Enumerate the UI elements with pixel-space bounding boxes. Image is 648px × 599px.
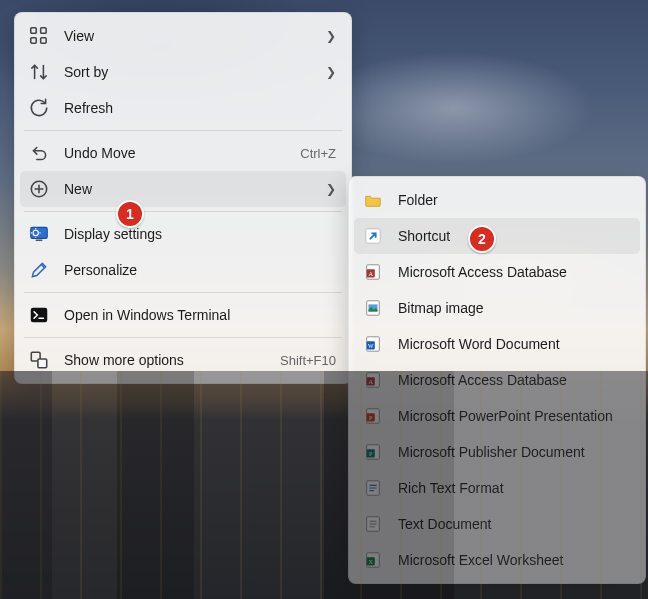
- new-submenu: Folder Shortcut A Microsoft Access Datab…: [348, 176, 646, 584]
- svg-rect-6: [36, 240, 43, 242]
- access-icon: A: [362, 261, 384, 283]
- desktop-background: View ❯ Sort by ❯ Refresh: [0, 0, 648, 599]
- svg-rect-21: [367, 377, 375, 385]
- menu-label: View: [64, 28, 318, 44]
- menu-label: Microsoft Access Database: [398, 372, 630, 388]
- svg-rect-32: [367, 557, 375, 565]
- svg-rect-10: [38, 359, 47, 368]
- chevron-right-icon: ❯: [326, 182, 336, 196]
- submenu-item-excel[interactable]: X Microsoft Excel Worksheet: [354, 542, 640, 578]
- powerpoint-icon: P: [362, 405, 384, 427]
- menu-item-terminal[interactable]: Open in Windows Terminal: [20, 297, 346, 333]
- menu-label: Microsoft PowerPoint Presentation: [398, 408, 630, 424]
- menu-item-view[interactable]: View ❯: [20, 18, 346, 54]
- menu-accelerator: Shift+F10: [280, 353, 336, 368]
- new-icon: [28, 178, 50, 200]
- terminal-icon: [28, 304, 50, 326]
- menu-label: Text Document: [398, 516, 630, 532]
- menu-label: Microsoft Access Database: [398, 264, 630, 280]
- view-icon: [28, 25, 50, 47]
- menu-item-refresh[interactable]: Refresh: [20, 90, 346, 126]
- menu-label: Microsoft Publisher Document: [398, 444, 630, 460]
- svg-rect-24: [367, 413, 375, 421]
- bitmap-icon: [362, 297, 384, 319]
- menu-item-undo[interactable]: Undo Move Ctrl+Z: [20, 135, 346, 171]
- svg-rect-20: [367, 373, 380, 387]
- svg-text:A: A: [368, 270, 373, 277]
- undo-icon: [28, 142, 50, 164]
- submenu-item-access[interactable]: A Microsoft Access Database: [354, 362, 640, 398]
- menu-label: New: [64, 181, 318, 197]
- menu-label: Microsoft Word Document: [398, 336, 630, 352]
- display-settings-icon: [28, 223, 50, 245]
- svg-rect-23: [367, 409, 380, 423]
- chevron-right-icon: ❯: [326, 65, 336, 79]
- submenu-item-access[interactable]: A Microsoft Access Database: [354, 254, 640, 290]
- submenu-item-powerpoint[interactable]: P Microsoft PowerPoint Presentation: [354, 398, 640, 434]
- svg-text:A: A: [368, 378, 373, 385]
- callout-badge-2: 2: [468, 225, 496, 253]
- menu-item-sort[interactable]: Sort by ❯: [20, 54, 346, 90]
- svg-rect-2: [31, 38, 37, 44]
- menu-item-display-settings[interactable]: Display settings: [20, 216, 346, 252]
- publisher-icon: P: [362, 441, 384, 463]
- menu-accelerator: Ctrl+Z: [300, 146, 336, 161]
- submenu-item-word[interactable]: W Microsoft Word Document: [354, 326, 640, 362]
- desktop-context-menu: View ❯ Sort by ❯ Refresh: [14, 12, 352, 384]
- more-options-icon: [28, 349, 50, 371]
- shortcut-icon: [362, 225, 384, 247]
- excel-icon: X: [362, 549, 384, 571]
- menu-label: Folder: [398, 192, 630, 208]
- submenu-item-rtf[interactable]: Rich Text Format: [354, 470, 640, 506]
- separator: [24, 211, 342, 212]
- menu-label: Sort by: [64, 64, 318, 80]
- menu-item-personalize[interactable]: Personalize: [20, 252, 346, 288]
- svg-rect-29: [367, 481, 380, 495]
- submenu-item-shortcut[interactable]: Shortcut: [354, 218, 640, 254]
- word-icon: W: [362, 333, 384, 355]
- menu-label: Show more options: [64, 352, 280, 368]
- sort-icon: [28, 61, 50, 83]
- menu-label: Undo Move: [64, 145, 300, 161]
- separator: [24, 292, 342, 293]
- callout-badge-1: 1: [116, 200, 144, 228]
- menu-label: Microsoft Excel Worksheet: [398, 552, 630, 568]
- refresh-icon: [28, 97, 50, 119]
- menu-label: Bitmap image: [398, 300, 630, 316]
- svg-text:W: W: [368, 343, 374, 349]
- svg-rect-26: [367, 445, 380, 459]
- menu-label: Refresh: [64, 100, 336, 116]
- svg-rect-31: [367, 553, 380, 567]
- personalize-icon: [28, 259, 50, 281]
- svg-rect-0: [31, 28, 37, 34]
- svg-rect-8: [31, 308, 48, 322]
- menu-label: Display settings: [64, 226, 336, 242]
- menu-label: Open in Windows Terminal: [64, 307, 336, 323]
- submenu-item-folder[interactable]: Folder: [354, 182, 640, 218]
- menu-label: Personalize: [64, 262, 336, 278]
- svg-rect-1: [41, 28, 47, 34]
- svg-text:P: P: [369, 414, 373, 421]
- text-icon: [362, 513, 384, 535]
- menu-label: Shortcut: [398, 228, 630, 244]
- submenu-item-bitmap[interactable]: Bitmap image: [354, 290, 640, 326]
- folder-icon: [362, 189, 384, 211]
- menu-label: Rich Text Format: [398, 480, 630, 496]
- access-icon: A: [362, 369, 384, 391]
- submenu-item-text[interactable]: Text Document: [354, 506, 640, 542]
- submenu-item-publisher[interactable]: P Microsoft Publisher Document: [354, 434, 640, 470]
- menu-item-more-options[interactable]: Show more options Shift+F10: [20, 342, 346, 378]
- svg-text:X: X: [368, 558, 373, 565]
- svg-rect-27: [367, 449, 375, 457]
- menu-item-new[interactable]: New ❯: [20, 171, 346, 207]
- rtf-icon: [362, 477, 384, 499]
- svg-rect-3: [41, 38, 47, 44]
- separator: [24, 130, 342, 131]
- svg-text:P: P: [369, 450, 373, 457]
- separator: [24, 337, 342, 338]
- svg-rect-30: [367, 517, 380, 531]
- chevron-right-icon: ❯: [326, 29, 336, 43]
